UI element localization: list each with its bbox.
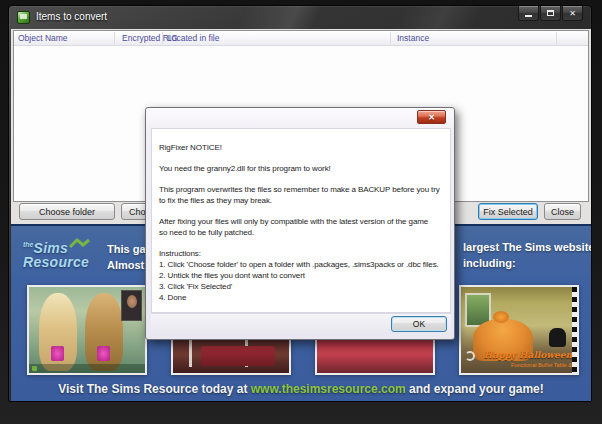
notice-dialog: ✕ RigFixer NOTICE! You need the granny2.…: [145, 107, 455, 340]
column-separator: [556, 32, 557, 44]
window-controls: ✕: [518, 6, 583, 21]
checker-strip: [572, 287, 577, 373]
column-header-located-in-file[interactable]: Located in file: [167, 33, 219, 43]
dialog-text-line: 4. Done: [159, 292, 450, 303]
footer-text-pre: Visit The Sims Resource today at: [58, 382, 251, 396]
thumb-hair-models[interactable]: [27, 285, 147, 375]
tsr-logo-line1: theSims: [23, 238, 90, 255]
column-separator: [390, 32, 391, 44]
tsr-logo[interactable]: theSims Resource: [23, 238, 90, 269]
dress-accent: [51, 346, 64, 361]
dialog-text-line: 2. Untick the files you dont want to con…: [159, 270, 450, 281]
black-cat-icon: [549, 328, 566, 347]
dialog-content: RigFixer NOTICE! You need the granny2.dl…: [151, 128, 451, 313]
banner-headline-right-line2: including:: [463, 255, 591, 271]
maximize-button[interactable]: [540, 6, 561, 21]
red-bed: [201, 346, 275, 366]
dialog-text-line: After fixing your files will only by com…: [159, 216, 450, 227]
banner-headline-right: largest The Sims website. including:: [463, 239, 591, 271]
thumb-watermark-dot: [32, 366, 37, 371]
choose-folder-button[interactable]: Choose folder: [19, 203, 115, 220]
tsr-roof-icon: [69, 237, 91, 249]
window-title: Items to convert: [36, 11, 107, 22]
dialog-footer: OK: [151, 313, 451, 334]
close-icon: ✕: [569, 9, 576, 18]
tsr-swirl-watermark: [465, 351, 475, 361]
dialog-paragraph: This program overwrites the files so rem…: [159, 184, 450, 206]
dialog-close-icon: ✕: [428, 113, 435, 122]
listview-header: Object Name Encrypted RIG Located in fil…: [14, 31, 588, 46]
tsr-logo-the: the: [23, 241, 34, 248]
footer-text-post: and expand your game!: [406, 382, 544, 396]
maximize-icon: [547, 10, 554, 16]
dialog-close-button[interactable]: ✕: [417, 110, 446, 124]
banner-footer-text: Visit The Sims Resource today at www.the…: [11, 382, 591, 396]
minimize-icon: [525, 15, 532, 17]
dialog-text-line: You need the granny2.dll for this progra…: [159, 163, 450, 174]
titlebar[interactable]: Items to convert ✕: [9, 6, 591, 29]
thumb-halloween-room[interactable]: Happy Halloween Functional Buffet Table …: [459, 285, 579, 375]
app-icon: [17, 11, 30, 24]
dialog-text-line: This program overwrites the files so rem…: [159, 184, 450, 195]
column-header-instance[interactable]: Instance: [397, 33, 429, 43]
dialog-paragraph: After fixing your files will only by com…: [159, 216, 450, 238]
close-window-button[interactable]: ✕: [562, 6, 583, 21]
dialog-text-line: 3. Click 'Fix Selected': [159, 281, 450, 292]
dialog-text-line: to fix the files as they may break.: [159, 195, 450, 206]
halloween-subcaption: Functional Buffet Table &: [511, 362, 572, 368]
ok-button[interactable]: OK: [391, 316, 447, 332]
dialog-instructions: Instructions: 1. Click 'Choose folder' t…: [159, 248, 450, 303]
inset-reference-photo: [121, 290, 142, 321]
screenshot-stage: Items to convert ✕ Object Name Encrypted…: [0, 0, 602, 424]
dialog-paragraph: You need the granny2.dll for this progra…: [159, 163, 450, 174]
tsr-url-link[interactable]: www.thesimsresource.com: [251, 382, 406, 396]
column-separator: [162, 32, 163, 44]
minimize-button[interactable]: [518, 6, 539, 21]
pumpkin-icon: [493, 311, 509, 323]
titlebar-sheen: [189, 6, 569, 29]
thumb-watermark-strip: [29, 364, 145, 373]
column-header-object-name[interactable]: Object Name: [18, 33, 68, 43]
tsr-logo-resource: Resource: [23, 255, 90, 269]
dialog-text-line: Instructions:: [159, 248, 450, 259]
halloween-caption: Happy Halloween: [484, 350, 572, 360]
dialog-text-line: RigFixer NOTICE!: [159, 142, 450, 153]
bedpost: [189, 337, 192, 367]
dialog-paragraph: RigFixer NOTICE!: [159, 142, 450, 153]
column-separator: [114, 32, 115, 44]
dress-accent: [97, 346, 110, 361]
banner-headline-right-line1: largest The Sims website.: [463, 239, 591, 255]
dialog-text-line: 1. Click 'Choose folder' to open a folde…: [159, 259, 450, 270]
dialog-text-line: so need to be fully patched.: [159, 227, 450, 238]
close-button[interactable]: Close: [544, 203, 581, 220]
fix-selected-button[interactable]: Fix Selected: [478, 203, 538, 220]
